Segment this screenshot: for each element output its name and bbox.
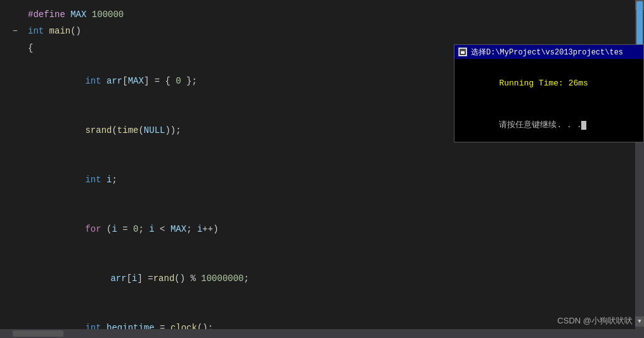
fold-minus: − (13, 23, 22, 40)
scroll-down-arrow[interactable]: ▼ (635, 316, 644, 327)
svg-rect-1 (460, 49, 465, 51)
terminal-title: 选择D:\MyProject\vs2013project\tes (471, 47, 623, 58)
code-line-1: #define MAX 100000 (6, 6, 644, 23)
main-func: main (49, 23, 71, 39)
terminal-cursor (581, 121, 586, 130)
horizontal-scrollbar[interactable] (0, 329, 644, 338)
code-line-arr-rand: arr[i] =rand() % 10000000; (6, 254, 644, 303)
watermark: CSDN @小狗吠吠吠 (557, 315, 633, 327)
terminal-body: Running Time: 26ms 请按任意键继续. . . (454, 59, 643, 142)
int-keyword: int (28, 23, 49, 39)
code-line-for: for (i = 0; i < MAX; i++) (6, 204, 644, 254)
terminal-window: 选择D:\MyProject\vs2013project\tes Running… (454, 44, 644, 142)
terminal-titlebar: 选择D:\MyProject\vs2013project\tes (454, 45, 643, 59)
h-scroll-thumb[interactable] (13, 330, 63, 337)
terminal-line-2: 请按任意键继续. . . (460, 104, 638, 146)
terminal-window-icon (458, 47, 467, 56)
code-line-int-i: int i; (6, 155, 644, 204)
max-identifier: MAX (70, 6, 92, 23)
terminal-line-1: Running Time: 26ms (460, 63, 638, 104)
define-keyword: #define (28, 6, 70, 23)
code-editor: #define MAX 100000 − int main() { int ar… (0, 0, 644, 338)
num-100000: 100000 (92, 6, 124, 23)
code-line-main: − int main() (6, 23, 644, 40)
